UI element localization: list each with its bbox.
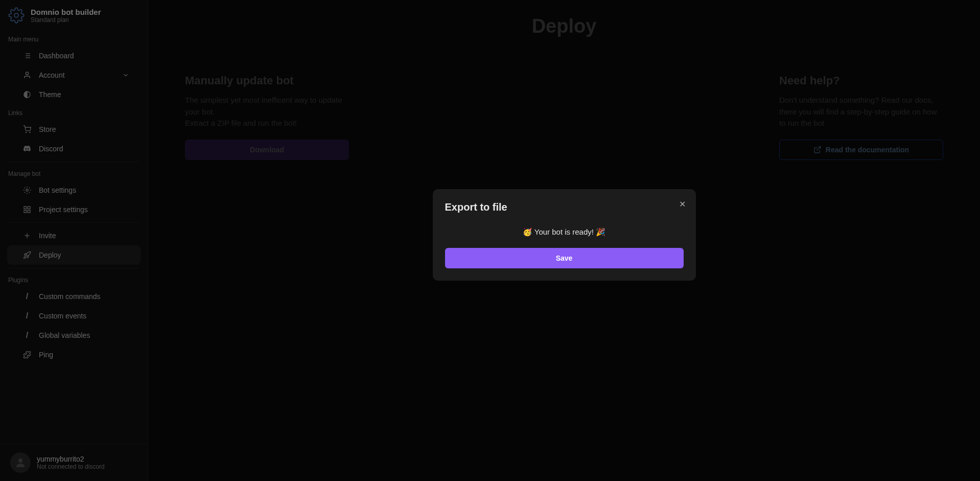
- export-modal: Export to file ✕ 🥳 Your bot is ready! 🎉 …: [433, 189, 696, 281]
- chevron-down-icon: [121, 71, 130, 80]
- slash-icon: /: [22, 331, 32, 340]
- puzzle-icon: [22, 350, 32, 359]
- list-icon: [22, 51, 32, 60]
- sidebar-item-global-variables[interactable]: / Global variables: [7, 326, 141, 345]
- divider: [8, 222, 139, 223]
- user-name: yummyburrito2: [37, 455, 105, 463]
- sidebar-item-theme[interactable]: Theme: [7, 85, 141, 104]
- main-content: Deploy Manually update bot The simplest …: [148, 0, 980, 481]
- svg-rect-12: [24, 207, 27, 209]
- sidebar-header: Domnio bot builder Standard plan: [0, 0, 148, 31]
- svg-point-10: [30, 132, 30, 132]
- discord-icon: [22, 144, 32, 153]
- cart-icon: [22, 125, 32, 134]
- modal-message: 🥳 Your bot is ready! 🎉: [445, 227, 684, 237]
- svg-rect-14: [28, 210, 30, 213]
- svg-point-7: [26, 72, 28, 75]
- sidebar-item-label: Account: [39, 71, 65, 79]
- divider: [8, 162, 139, 162]
- sidebar-item-label: Custom commands: [39, 292, 101, 301]
- svg-rect-15: [24, 210, 27, 213]
- section-main-menu: Main menu: [0, 31, 148, 46]
- sidebar-item-store[interactable]: Store: [7, 120, 141, 139]
- sidebar-item-dashboard[interactable]: Dashboard: [7, 46, 141, 65]
- sidebar-item-label: Theme: [39, 90, 61, 99]
- svg-point-0: [14, 13, 18, 17]
- modal-overlay[interactable]: Export to file ✕ 🥳 Your bot is ready! 🎉 …: [148, 0, 980, 481]
- user-footer[interactable]: yummyburrito2 Not connected to discord: [0, 444, 148, 481]
- app-logo-icon: [8, 7, 25, 24]
- rocket-icon: [22, 250, 32, 260]
- sidebar: Domnio bot builder Standard plan Main me…: [0, 0, 148, 481]
- sidebar-item-label: Dashboard: [39, 52, 74, 60]
- modal-title: Export to file: [445, 201, 684, 213]
- sidebar-item-project-settings[interactable]: Project settings: [7, 200, 141, 219]
- user-icon: [22, 71, 32, 80]
- sidebar-item-label: Custom events: [39, 312, 86, 320]
- section-links: Links: [0, 104, 148, 120]
- gear-icon: [22, 186, 32, 195]
- half-circle-icon: [22, 90, 32, 99]
- svg-point-18: [18, 459, 22, 463]
- sidebar-item-custom-events[interactable]: / Custom events: [7, 306, 141, 326]
- section-manage-bot: Manage bot: [0, 165, 148, 180]
- sidebar-item-custom-commands[interactable]: / Custom commands: [7, 287, 141, 306]
- avatar: [10, 452, 31, 473]
- sidebar-item-label: Ping: [39, 351, 53, 359]
- plus-icon: [22, 231, 32, 240]
- brand-subtitle: Standard plan: [31, 16, 101, 24]
- section-plugins: Plugins: [0, 271, 148, 287]
- sidebar-item-label: Invite: [39, 232, 56, 240]
- sidebar-item-label: Global variables: [39, 331, 90, 339]
- sidebar-item-label: Bot settings: [39, 186, 76, 194]
- svg-point-9: [26, 132, 26, 132]
- save-button[interactable]: Save: [445, 248, 684, 268]
- svg-point-11: [26, 189, 28, 191]
- sidebar-item-label: Project settings: [39, 205, 88, 214]
- slash-icon: /: [22, 292, 32, 301]
- sidebar-item-label: Discord: [39, 145, 63, 153]
- sidebar-item-discord[interactable]: Discord: [7, 139, 141, 158]
- divider: [8, 268, 139, 268]
- sidebar-item-account[interactable]: Account: [7, 65, 141, 85]
- sidebar-item-invite[interactable]: Invite: [7, 226, 141, 245]
- grid-icon: [22, 205, 32, 214]
- svg-rect-13: [28, 207, 30, 209]
- close-icon[interactable]: ✕: [679, 199, 686, 209]
- user-status: Not connected to discord: [37, 463, 105, 470]
- sidebar-item-bot-settings[interactable]: Bot settings: [7, 180, 141, 200]
- sidebar-item-deploy[interactable]: Deploy: [7, 245, 141, 265]
- slash-icon: /: [22, 311, 32, 320]
- sidebar-item-label: Store: [39, 125, 56, 133]
- sidebar-item-label: Deploy: [39, 251, 61, 259]
- brand-title: Domnio bot builder: [31, 8, 101, 16]
- sidebar-item-ping[interactable]: Ping: [7, 345, 141, 364]
